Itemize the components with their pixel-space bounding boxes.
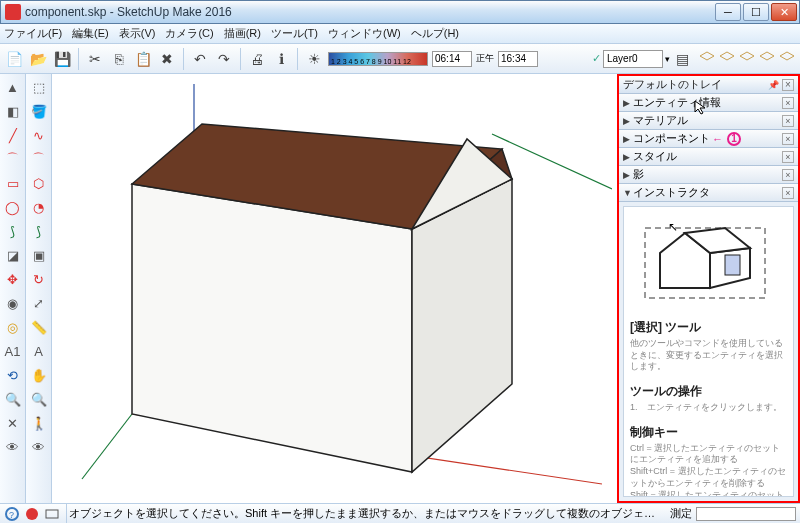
pushpull2-icon[interactable]: ▣ [28, 244, 50, 266]
pan-tool-icon[interactable]: ✋ [28, 364, 50, 386]
redo-icon[interactable]: ↷ [214, 49, 234, 69]
panel-close-icon[interactable]: × [782, 115, 794, 127]
panel-component[interactable]: ▶ コンポーネント ← 1 × [619, 130, 798, 148]
polygon-tool-icon[interactable]: ⬡ [28, 172, 50, 194]
panel-shadow[interactable]: ▶ 影 × [619, 166, 798, 184]
layer-dropdown[interactable] [603, 50, 663, 68]
menu-draw[interactable]: 描画(R) [224, 26, 261, 41]
left-toolbar-1: ▲ ◧ ╱ ⌒ ▭ ◯ ⟆ ◪ ✥ ◉ ◎ A1 ⟲ 🔍 ✕ 👁 [0, 74, 26, 503]
text-tool-icon[interactable]: A1 [2, 340, 24, 362]
panel-entity-info[interactable]: ▶ エンティティ情報 × [619, 94, 798, 112]
print-icon[interactable]: 🖨 [247, 49, 267, 69]
panel-close-icon[interactable]: × [782, 133, 794, 145]
minimize-button[interactable]: ─ [715, 3, 741, 21]
zoom-tool-icon[interactable]: 🔍 [2, 388, 24, 410]
menu-file[interactable]: ファイル(F) [4, 26, 62, 41]
panel-style[interactable]: ▶ スタイル × [619, 148, 798, 166]
circle-tool-icon[interactable]: ◯ [2, 196, 24, 218]
freehand-tool-icon[interactable]: ∿ [28, 124, 50, 146]
pushpull-tool-icon[interactable]: ◪ [2, 244, 24, 266]
followme-tool-icon[interactable]: ◉ [2, 292, 24, 314]
menu-edit[interactable]: 編集(E) [72, 26, 109, 41]
paste-icon[interactable]: 📋 [133, 49, 153, 69]
menu-view[interactable]: 表示(V) [119, 26, 156, 41]
measurement-label: 測定 [670, 506, 692, 521]
offset-tool-icon[interactable]: ◎ [2, 316, 24, 338]
component-tool-icon[interactable]: ⬚ [28, 76, 50, 98]
arc3-tool-icon[interactable]: ⟆ [28, 220, 50, 242]
tray-title: デフォルトのトレイ [623, 77, 722, 92]
panel-close-icon[interactable]: × [782, 151, 794, 163]
panel-close-icon[interactable]: × [782, 169, 794, 181]
select-tool-icon[interactable]: ▲ [2, 76, 24, 98]
orbit-tool-icon[interactable]: ⟲ [2, 364, 24, 386]
tray-header[interactable]: デフォルトのトレイ 📌 × [619, 76, 798, 94]
chevron-right-icon: ▶ [623, 116, 633, 126]
svg-marker-10 [412, 179, 512, 472]
section-tool-icon[interactable]: ✕ [2, 412, 24, 434]
status-bar: ? オブジェクトを選択してください。Shift キーを押したまま選択するか、また… [0, 503, 800, 523]
shadows-toggle-icon[interactable]: ☀ [304, 49, 324, 69]
open-icon[interactable]: 📂 [28, 49, 48, 69]
iso-view5-icon[interactable] [778, 50, 796, 68]
arc2-tool-icon[interactable]: ⟆ [2, 220, 24, 242]
pie-tool-icon[interactable]: ◔ [28, 196, 50, 218]
close-button[interactable]: ✕ [771, 3, 797, 21]
instructor-title: [選択] ツール [630, 319, 787, 336]
maximize-button[interactable]: ☐ [743, 3, 769, 21]
rotate-tool-icon[interactable]: ↻ [28, 268, 50, 290]
line-tool-icon[interactable]: ╱ [2, 124, 24, 146]
menu-camera[interactable]: カメラ(C) [165, 26, 213, 41]
panel-close-icon[interactable]: × [782, 97, 794, 109]
timezone-label: 正午 [476, 52, 494, 65]
default-tray: デフォルトのトレイ 📌 × ▶ エンティティ情報 × ▶ マテリアル × ▶ コ… [617, 74, 800, 503]
menu-tools[interactable]: ツール(T) [271, 26, 318, 41]
arc-tool-icon[interactable]: ⌒ [2, 148, 24, 170]
new-icon[interactable]: 📄 [4, 49, 24, 69]
3dtext-tool-icon[interactable]: A [28, 340, 50, 362]
camera-tool-icon[interactable]: 👁 [2, 436, 24, 458]
top-toolbar: 📄 📂 💾 ✂ ⎘ 📋 ✖ ↶ ↷ 🖨 ℹ ☀ 1 2 3 4 5 6 7 8 … [0, 44, 800, 74]
scale-tool-icon[interactable]: ⤢ [28, 292, 50, 314]
time-start-field[interactable] [432, 51, 472, 67]
eraser-tool-icon[interactable]: ◧ [2, 100, 24, 122]
model-viewport[interactable] [52, 74, 617, 503]
geo-icon[interactable] [24, 506, 40, 522]
save-icon[interactable]: 💾 [52, 49, 72, 69]
panel-label: マテリアル [633, 113, 688, 128]
iso-view4-icon[interactable] [758, 50, 776, 68]
iso-view2-icon[interactable] [718, 50, 736, 68]
paint-tool-icon[interactable]: 🪣 [28, 100, 50, 122]
move-tool-icon[interactable]: ✥ [2, 268, 24, 290]
zoomext-tool-icon[interactable]: 🔍 [28, 388, 50, 410]
rect-tool-icon[interactable]: ▭ [2, 172, 24, 194]
walk-tool-icon[interactable]: 🚶 [28, 412, 50, 434]
svg-marker-2 [740, 52, 754, 60]
shadow-slider[interactable]: 1 2 3 4 5 6 7 8 9 10 11 12 [328, 52, 428, 66]
undo-icon[interactable]: ↶ [190, 49, 210, 69]
credits-icon[interactable] [44, 506, 60, 522]
menu-window[interactable]: ウィンドウ(W) [328, 26, 401, 41]
panel-instructor[interactable]: ▼ インストラクタ × [619, 184, 798, 202]
delete-icon[interactable]: ✖ [157, 49, 177, 69]
tray-close-icon[interactable]: × [782, 79, 794, 91]
iso-view3-icon[interactable] [738, 50, 756, 68]
layer-manager-icon[interactable]: ▤ [672, 49, 692, 69]
pin-icon[interactable]: 📌 [765, 80, 782, 90]
iso-view1-icon[interactable] [698, 50, 716, 68]
time-end-field[interactable] [498, 51, 538, 67]
panel-close-icon[interactable]: × [782, 187, 794, 199]
panel-material[interactable]: ▶ マテリアル × [619, 112, 798, 130]
look-tool-icon[interactable]: 👁 [28, 436, 50, 458]
copy-icon[interactable]: ⎘ [109, 49, 129, 69]
help-icon[interactable]: ? [4, 506, 20, 522]
tape-tool-icon[interactable]: 📏 [28, 316, 50, 338]
measurement-field[interactable] [696, 507, 796, 521]
cut-icon[interactable]: ✂ [85, 49, 105, 69]
dropdown-arrow-icon[interactable]: ▾ [665, 54, 670, 64]
2pt-arc-icon[interactable]: ⌒ [28, 148, 50, 170]
model-info-icon[interactable]: ℹ [271, 49, 291, 69]
instructor-diagram: ↖ [630, 213, 790, 313]
menu-help[interactable]: ヘルプ(H) [411, 26, 459, 41]
svg-marker-0 [700, 52, 714, 60]
